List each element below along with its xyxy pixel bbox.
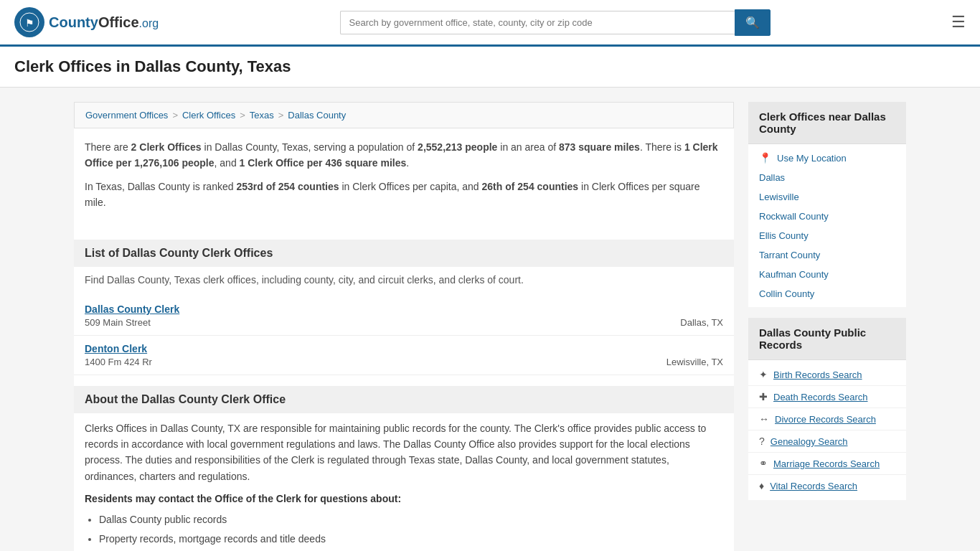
sidebar-use-my-location[interactable]: 📍 Use My Location <box>748 148 906 168</box>
divorce-records-link[interactable]: Divorce Records Search <box>775 414 876 425</box>
genealogy-icon: ? <box>759 435 765 447</box>
search-input[interactable] <box>340 11 735 34</box>
sidebar-death-records[interactable]: ✚ Death Records Search <box>748 386 906 408</box>
breadcrumb-clerk-offices[interactable]: Clerk Offices <box>182 110 235 121</box>
content-wrapper: Government Offices > Clerk Offices > Tex… <box>74 102 734 551</box>
sidebar-item-rockwall[interactable]: Rockwall County <box>748 207 906 226</box>
sidebar: Clerk Offices near Dallas County 📍 Use M… <box>748 102 906 551</box>
sidebar-item-kaufman[interactable]: Kaufman County <box>748 265 906 284</box>
site-header: ⚑ CountyOffice.org 🔍 ☰ <box>0 0 980 47</box>
breadcrumb-sep3: > <box>278 110 284 121</box>
logo-text: CountyOffice.org <box>49 14 159 31</box>
breadcrumb-sep2: > <box>240 110 245 121</box>
sidebar-genealogy-search[interactable]: ? Genealogy Search <box>748 430 906 453</box>
office-address-1: 509 Main Street <box>85 317 151 328</box>
sidebar-nearby-heading: Clerk Offices near Dallas County <box>748 102 906 144</box>
nearby-dallas-link[interactable]: Dallas <box>759 172 785 183</box>
bullet-item-2: Property records, mortgage records and t… <box>99 529 723 549</box>
nearby-rockwall-link[interactable]: Rockwall County <box>759 211 829 222</box>
breadcrumb-texas[interactable]: Texas <box>250 110 274 121</box>
about-para: Clerks Offices in Dallas County, TX are … <box>74 420 734 485</box>
bullet-item-1: Dallas County public records <box>99 510 723 529</box>
marriage-records-link[interactable]: Marriage Records Search <box>773 458 880 469</box>
office-name-1[interactable]: Dallas County Clerk <box>85 303 723 315</box>
birth-records-link[interactable]: Birth Records Search <box>773 369 862 380</box>
contact-heading: Residents may contact the Office of the … <box>74 493 734 504</box>
sidebar-records-list: ✦ Birth Records Search ✚ Death Records S… <box>748 360 906 500</box>
sidebar-nearby-list: 📍 Use My Location Dallas Lewisville Rock… <box>748 144 906 307</box>
vital-records-link[interactable]: Vital Records Search <box>770 481 857 491</box>
nearby-lewisville-link[interactable]: Lewisville <box>759 192 799 202</box>
death-icon: ✚ <box>759 391 768 402</box>
birth-icon: ✦ <box>759 369 768 380</box>
sidebar-item-lewisville[interactable]: Lewisville <box>748 187 906 207</box>
office-city-1: Dallas, TX <box>680 317 723 328</box>
nearby-ellis-link[interactable]: Ellis County <box>759 230 809 241</box>
office-row-2: 1400 Fm 424 Rr Lewisville, TX <box>85 357 723 367</box>
sidebar-nearby-section: Clerk Offices near Dallas County 📍 Use M… <box>748 102 906 307</box>
menu-button[interactable]: ☰ <box>951 13 966 32</box>
vital-icon: ♦ <box>759 480 764 491</box>
office-name-2[interactable]: Denton Clerk <box>85 343 723 354</box>
intro-para1: There are 2 Clerk Offices in Dallas Coun… <box>85 139 723 171</box>
intro-para2: In Texas, Dallas County is ranked 253rd … <box>85 179 723 211</box>
sidebar-marriage-records[interactable]: ⚭ Marriage Records Search <box>748 453 906 475</box>
sidebar-item-tarrant[interactable]: Tarrant County <box>748 245 906 265</box>
nearby-collin-link[interactable]: Collin County <box>759 288 814 299</box>
sidebar-birth-records[interactable]: ✦ Birth Records Search <box>748 364 906 386</box>
search-button[interactable]: 🔍 <box>735 9 771 36</box>
breadcrumb: Government Offices > Clerk Offices > Tex… <box>74 102 734 128</box>
sidebar-item-dallas[interactable]: Dallas <box>748 168 906 187</box>
page-title-bar: Clerk Offices in Dallas County, Texas <box>0 47 980 88</box>
main-container: Government Offices > Clerk Offices > Tex… <box>60 88 920 551</box>
location-pin-icon: 📍 <box>759 152 771 164</box>
svg-text:⚑: ⚑ <box>25 17 34 29</box>
logo: ⚑ CountyOffice.org <box>14 7 159 37</box>
marriage-icon: ⚭ <box>759 458 768 469</box>
breadcrumb-dallas-county[interactable]: Dallas County <box>288 110 346 121</box>
nearby-kaufman-link[interactable]: Kaufman County <box>759 269 829 280</box>
page-title: Clerk Offices in Dallas County, Texas <box>14 57 966 76</box>
search-bar: 🔍 <box>340 9 771 36</box>
about-heading: About the Dallas County Clerk Office <box>74 386 734 413</box>
bullet-item-3: Dallas County, Texas vital records, birt… <box>99 548 723 551</box>
office-city-2: Lewisville, TX <box>666 357 723 367</box>
logo-icon: ⚑ <box>14 7 44 37</box>
search-icon: 🔍 <box>745 17 760 29</box>
office-row-1: 509 Main Street Dallas, TX <box>85 317 723 328</box>
office-entry-2: Denton Clerk 1400 Fm 424 Rr Lewisville, … <box>74 336 734 375</box>
breadcrumb-sep1: > <box>172 110 178 121</box>
genealogy-search-link[interactable]: Genealogy Search <box>771 436 848 447</box>
content-area: Government Offices > Clerk Offices > Tex… <box>74 102 734 551</box>
sidebar-item-collin[interactable]: Collin County <box>748 284 906 303</box>
list-section-desc: Find Dallas County, Texas clerk offices,… <box>74 274 734 286</box>
sidebar-vital-records[interactable]: ♦ Vital Records Search <box>748 475 906 496</box>
breadcrumb-gov-offices[interactable]: Government Offices <box>85 110 168 121</box>
sidebar-records-heading: Dallas County Public Records <box>748 318 906 360</box>
sidebar-divorce-records[interactable]: ↔ Divorce Records Search <box>748 408 906 430</box>
office-address-2: 1400 Fm 424 Rr <box>85 357 152 367</box>
nearby-tarrant-link[interactable]: Tarrant County <box>759 250 820 260</box>
contact-bullet-list: Dallas County public records Property re… <box>74 510 734 551</box>
use-my-location-link[interactable]: Use My Location <box>777 153 847 164</box>
death-records-link[interactable]: Death Records Search <box>773 392 868 402</box>
divorce-icon: ↔ <box>759 413 769 425</box>
list-section-heading: List of Dallas County Clerk Offices <box>74 240 734 267</box>
sidebar-records-section: Dallas County Public Records ✦ Birth Rec… <box>748 318 906 500</box>
hamburger-icon: ☰ <box>951 13 966 31</box>
sidebar-item-ellis[interactable]: Ellis County <box>748 226 906 245</box>
intro-section: There are 2 Clerk Offices in Dallas Coun… <box>74 128 734 229</box>
office-entry-1: Dallas County Clerk 509 Main Street Dall… <box>74 296 734 336</box>
